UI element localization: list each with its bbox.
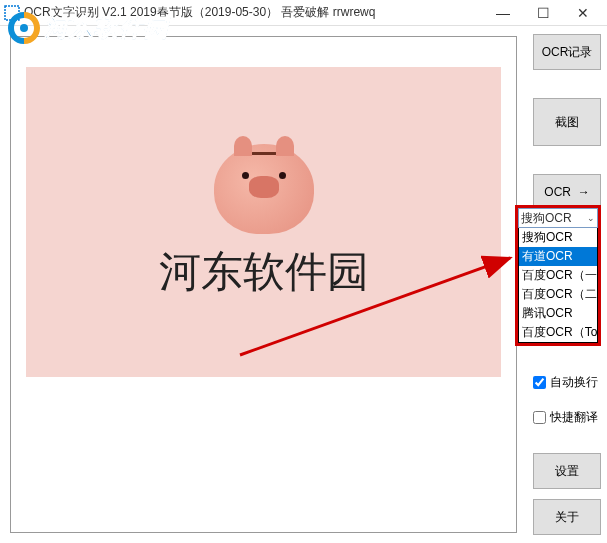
piggy-bank-icon [214, 144, 314, 234]
settings-button[interactable]: 设置 [533, 453, 601, 489]
ocr-engine-dropdown[interactable]: 搜狗OCR ⌄ 搜狗OCR有道OCR百度OCR（一）百度OCR（二）腾讯OCR百… [515, 205, 601, 346]
dropdown-item[interactable]: 搜狗OCR [519, 228, 597, 247]
chevron-down-icon: ⌄ [587, 213, 595, 223]
dropdown-selected[interactable]: 搜狗OCR ⌄ [518, 208, 598, 228]
minimize-button[interactable]: — [483, 0, 523, 26]
arrow-right-icon: → [578, 185, 590, 199]
dropdown-item[interactable]: 百度OCR（Toke [519, 323, 597, 342]
close-button[interactable]: ✕ [563, 0, 603, 26]
auto-wrap-input[interactable] [533, 376, 546, 389]
quick-translate-checkbox[interactable]: 快捷翻译 [533, 409, 601, 426]
maximize-button[interactable]: ☐ [523, 0, 563, 26]
dropdown-list: 搜狗OCR有道OCR百度OCR（一）百度OCR（二）腾讯OCR百度OCR（Tok… [518, 228, 598, 343]
ocr-record-button[interactable]: OCR记录 [533, 34, 601, 70]
quick-translate-input[interactable] [533, 411, 546, 424]
canvas-border: 河东软件园 [10, 36, 517, 533]
dropdown-item[interactable]: 百度OCR（二） [519, 285, 597, 304]
logo-watermark: 河东软件园 [4, 8, 169, 48]
dropdown-item[interactable]: 有道OCR [519, 247, 597, 266]
preview-image: 河东软件园 [26, 67, 501, 377]
preview-text: 河东软件园 [159, 244, 369, 300]
dropdown-item[interactable]: 腾讯OCR [519, 304, 597, 323]
logo-text: 河东软件园 [44, 12, 169, 44]
dropdown-item[interactable]: 百度OCR（一） [519, 266, 597, 285]
canvas-area: 河东软件园 [0, 26, 527, 543]
screenshot-button[interactable]: 截图 [533, 98, 601, 146]
about-button[interactable]: 关于 [533, 499, 601, 535]
svg-point-1 [20, 24, 28, 32]
auto-wrap-checkbox[interactable]: 自动换行 [533, 374, 601, 391]
